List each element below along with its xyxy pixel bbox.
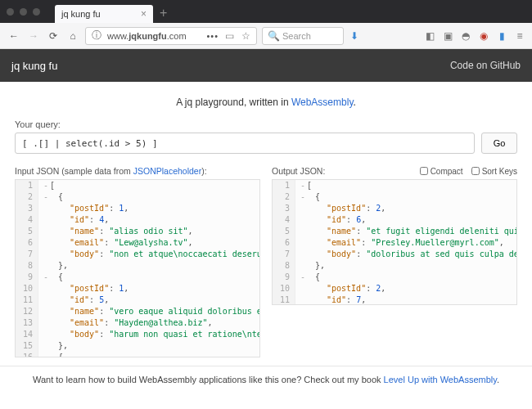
code-line: 13 "email": "Hayden@althea.biz", xyxy=(16,317,259,329)
extension-icon[interactable]: ◉ xyxy=(478,30,489,42)
code-line: 5 "name": "et fugit eligendi deleniti qu… xyxy=(273,226,516,237)
code-line: 16-{ xyxy=(16,352,259,357)
code-line: 9-{ xyxy=(273,272,516,283)
book-link[interactable]: Level Up with WebAssembly xyxy=(384,375,497,384)
code-line: 3 "postId": 1, xyxy=(16,203,259,214)
window-controls[interactable] xyxy=(7,8,40,16)
code-line: 2-{ xyxy=(273,191,516,203)
code-line: 1-[ xyxy=(16,180,259,191)
close-tab-icon[interactable]: × xyxy=(141,8,147,20)
code-line: 14 "body": "harum non quasi et ratione\n… xyxy=(16,329,259,340)
code-line: 1-[ xyxy=(273,180,516,191)
reader-icon[interactable]: ▭ xyxy=(223,30,235,42)
code-line: 5 "name": "alias odio sit", xyxy=(16,226,259,237)
forward-button: → xyxy=(26,30,41,42)
input-json-editor[interactable]: 1-[2-{3 "postId": 1,4 "id": 4,5 "name": … xyxy=(15,179,260,357)
code-line: 15 }, xyxy=(16,340,259,352)
app-title: jq kung fu xyxy=(11,60,57,72)
output-json-label: Output JSON: xyxy=(272,166,325,176)
go-button[interactable]: Go xyxy=(481,133,517,154)
menu-icon[interactable]: ≡ xyxy=(514,30,525,42)
app-header: jq kung fu Code on GitHub xyxy=(0,49,532,82)
window-minimize-icon[interactable] xyxy=(20,8,27,16)
extension-icon[interactable]: ▮ xyxy=(496,30,507,42)
browser-toolbar: ← → ⟳ ⌂ ⓘ www.jqkungfu.com ••• ▭ ☆ 🔍 Sea… xyxy=(0,23,532,49)
compact-checkbox[interactable]: Compact xyxy=(420,167,463,176)
toolbar-extensions: ◧ ▣ ◓ ◉ ▮ ≡ xyxy=(424,30,525,42)
page-actions-icon[interactable]: ••• xyxy=(206,31,219,41)
code-line: 6 "email": "Presley.Mueller@myrl.com", xyxy=(273,237,516,249)
code-line: 10 "postId": 2, xyxy=(273,283,516,294)
code-line: 11 "id": 7, xyxy=(273,294,516,305)
bookmark-star-icon[interactable]: ☆ xyxy=(240,30,251,42)
jsonplaceholder-link[interactable]: JSONPlaceholder xyxy=(133,166,201,176)
extension-icon[interactable]: ◧ xyxy=(424,30,435,42)
info-icon[interactable]: ⓘ xyxy=(91,30,102,42)
code-line: 2-{ xyxy=(16,191,259,203)
code-line: 7 "body": "non et atque\noccaecati deser… xyxy=(16,249,259,260)
code-line: 11 "id": 5, xyxy=(16,294,259,306)
code-line: 6 "email": "Lew@alysha.tv", xyxy=(16,237,259,249)
code-line: 7 "body": "doloribus at sed quis culpa d… xyxy=(273,249,516,260)
search-bar[interactable]: 🔍 Search xyxy=(262,27,344,45)
sort-keys-checkbox[interactable]: Sort Keys xyxy=(471,167,517,176)
url-bar[interactable]: ⓘ www.jqkungfu.com ••• ▭ ☆ xyxy=(85,27,257,45)
reload-button[interactable]: ⟳ xyxy=(46,30,61,42)
query-label: Your query: xyxy=(15,119,517,129)
code-line: 12 "name": "vero eaque aliquid doloribus… xyxy=(16,306,259,317)
input-json-label: Input JSON (sample data from JSONPlaceho… xyxy=(15,166,207,176)
browser-tab[interactable]: jq kung fu × xyxy=(55,5,153,23)
search-placeholder: Search xyxy=(282,31,311,41)
input-pane: Input JSON (sample data from JSONPlaceho… xyxy=(15,165,260,357)
query-row: Go xyxy=(15,133,517,154)
webassembly-link[interactable]: WebAssembly xyxy=(291,97,354,108)
query-input[interactable] xyxy=(15,133,475,154)
code-line: 8 }, xyxy=(16,260,259,272)
code-line: 4 "id": 6, xyxy=(273,214,516,226)
search-icon: 🔍 xyxy=(268,30,279,42)
home-button[interactable]: ⌂ xyxy=(65,30,80,42)
code-line: 3 "postId": 2, xyxy=(273,203,516,214)
intro-text: A jq playground, written in WebAssembly. xyxy=(15,97,517,108)
tab-title: jq kung fu xyxy=(61,9,101,19)
url-text: www.jqkungfu.com xyxy=(107,31,201,41)
extension-icon[interactable]: ◓ xyxy=(460,30,471,42)
output-json-viewer[interactable]: 1-[2-{3 "postId": 2,4 "id": 6,5 "name": … xyxy=(272,179,517,305)
code-line: 10 "postId": 1, xyxy=(16,283,259,294)
code-line: 9-{ xyxy=(16,272,259,283)
page-body: A jq playground, written in WebAssembly.… xyxy=(0,82,532,393)
code-line: 4 "id": 4, xyxy=(16,214,259,226)
output-pane: Output JSON: Compact Sort Keys 1-[2-{3 "… xyxy=(272,165,517,357)
new-tab-button[interactable]: + xyxy=(160,6,167,20)
github-link[interactable]: Code on GitHub xyxy=(450,60,521,71)
back-button[interactable]: ← xyxy=(7,30,21,42)
code-line: 8 }, xyxy=(273,260,516,272)
extension-icon[interactable]: ▣ xyxy=(442,30,453,42)
footer: Want to learn how to build WebAssembly a… xyxy=(0,366,532,388)
window-titlebar: jq kung fu × + xyxy=(0,0,532,23)
download-icon[interactable]: ⬇ xyxy=(349,30,360,42)
window-maximize-icon[interactable] xyxy=(33,8,40,16)
window-close-icon[interactable] xyxy=(7,8,14,16)
